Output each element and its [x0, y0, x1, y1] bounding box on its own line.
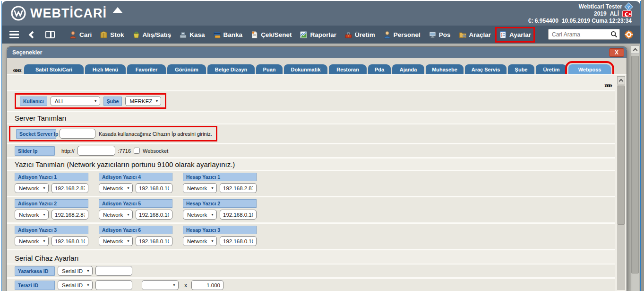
- support-lifering-icon[interactable]: [624, 30, 634, 39]
- split-view-icon[interactable]: [44, 29, 56, 40]
- printer-ip-input[interactable]: [52, 183, 88, 193]
- tabs-scroll-left-icon[interactable]: «««: [13, 66, 20, 74]
- tabs-scroll-right-icon[interactable]: »»»: [604, 81, 610, 89]
- secenekler-dialog: Seçenekler X ««« Sabit Stok/Cari Hızlı M…: [7, 46, 627, 291]
- back-icon[interactable]: [26, 29, 38, 40]
- printer-config-hesap-3: Hesap Yazıcı 3 Network▼: [183, 226, 257, 246]
- sube-select[interactable]: MERKEZ▼: [125, 96, 161, 106]
- tab-hizli-menu[interactable]: Hızlı Menü: [85, 64, 126, 74]
- printer-ip-input[interactable]: [52, 236, 88, 246]
- socket-server-input[interactable]: [60, 129, 95, 139]
- printer-type-select[interactable]: Network▼: [183, 236, 217, 246]
- tab-sube[interactable]: Şube: [508, 64, 534, 74]
- page-scrollbar[interactable]: [631, 45, 639, 291]
- tab-ajanda[interactable]: Ajanda: [392, 64, 424, 74]
- printer-type-select[interactable]: Network▼: [99, 183, 133, 193]
- printer-type-select[interactable]: Network▼: [183, 210, 217, 220]
- menu-item-personel[interactable]: Personel: [383, 31, 421, 39]
- printer-label: Adisyon Yazıcı 4: [99, 173, 172, 181]
- tab-pda[interactable]: Pda: [368, 64, 391, 74]
- kullanici-select[interactable]: ALI▼: [51, 96, 100, 106]
- search-icon[interactable]: [610, 31, 618, 38]
- menu-item-ayarlar[interactable]: Ayarlar: [499, 31, 531, 39]
- tab-dokunmatik[interactable]: Dokunmatik: [284, 64, 327, 74]
- menu-item-cek-senet[interactable]: Çek/Senet: [250, 31, 292, 39]
- tab-webposs[interactable]: Webposs: [568, 64, 611, 74]
- logged-user: ALİ: [610, 10, 619, 17]
- printer-type-select[interactable]: Network▼: [99, 236, 133, 246]
- tab-restoran[interactable]: Restoran: [329, 64, 367, 74]
- dialog-titlebar: Seçenekler X: [7, 47, 627, 58]
- collapse-arrow-icon[interactable]: [112, 7, 123, 13]
- kullanici-label: Kullanıcı: [20, 97, 47, 106]
- tab-muhasebe[interactable]: Muhasebe: [426, 64, 464, 74]
- menu-item-cari[interactable]: Cari: [69, 31, 92, 39]
- printer-type-select[interactable]: Network▼: [15, 210, 49, 220]
- tab-gorunum[interactable]: Görünüm: [167, 64, 206, 74]
- yazarkasa-id-input[interactable]: [95, 266, 132, 276]
- printer-type-select[interactable]: Network▼: [15, 236, 49, 246]
- slider-ip-input[interactable]: [77, 146, 115, 156]
- currency-rate: €: 6.954400: [528, 18, 558, 24]
- app-header: WEBTİCARİ Webticari Tester ? 2019 ALİ €:…: [2, 1, 640, 26]
- printer-ip-input[interactable]: [52, 210, 88, 220]
- tab-belge-dizayn[interactable]: Belge Dizayn: [207, 64, 255, 74]
- terazi-type-select[interactable]: Serial ID▼: [58, 280, 93, 290]
- printer-label: Adisyon Yazıcı 1: [15, 173, 88, 181]
- printer-label: Adisyon Yazıcı 2: [15, 199, 88, 208]
- page-scrollbar-thumb[interactable]: [631, 56, 639, 273]
- highlight-user-branch: Kullanıcı ALI▼ Şube MERKEZ▼: [15, 93, 166, 109]
- terazi-label: Terazi ID: [15, 281, 55, 290]
- printer-type-select[interactable]: Network▼: [99, 210, 133, 220]
- scroll-up-icon[interactable]: [631, 45, 639, 54]
- menu-item-alis-satis[interactable]: Alış/Satış: [132, 31, 172, 39]
- menu-item-araclar[interactable]: Araçlar: [459, 31, 491, 39]
- yazarkasa-type-select[interactable]: Serial ID▼: [58, 266, 93, 276]
- terazi-multiplier-input[interactable]: [191, 280, 223, 290]
- araclar-icon: [459, 31, 467, 39]
- dialog-scroll-up-icon[interactable]: [617, 76, 625, 84]
- dialog-content: »»» Kullanıcı ALI▼: [7, 74, 627, 291]
- printer-type-select[interactable]: Network▼: [183, 183, 217, 193]
- turkish-flag-icon[interactable]: [622, 10, 632, 17]
- tab-sabit-stok-cari[interactable]: Sabit Stok/Cari: [24, 64, 84, 74]
- close-button[interactable]: X: [609, 48, 624, 57]
- printer-ip-input[interactable]: [220, 236, 257, 246]
- chevron-down-icon: ▼: [211, 239, 214, 243]
- sube-label: Şube: [103, 97, 122, 106]
- tab-puan[interactable]: Puan: [256, 64, 283, 74]
- cari-icon: [69, 31, 77, 39]
- alis-satis-icon: [132, 31, 140, 39]
- terazi-id-input[interactable]: [95, 280, 132, 290]
- slider-port: :7716: [118, 148, 131, 154]
- printer-type-select[interactable]: Network▼: [15, 183, 49, 193]
- hamburger-menu-icon[interactable]: [9, 29, 20, 40]
- printer-ip-input[interactable]: [136, 236, 172, 246]
- header-info: Webticari Tester ? 2019 ALİ €: 6.954400 …: [528, 3, 632, 24]
- webticari-app: WEBTİCARİ Webticari Tester ? 2019 ALİ €:…: [0, 0, 644, 291]
- dialog-scrollbar[interactable]: [617, 76, 625, 290]
- chevron-down-icon: ▼: [172, 283, 176, 287]
- printer-config-adisyon-5: Adisyon Yazıcı 5 Network▼: [99, 199, 172, 220]
- menu-item-kasa[interactable]: Kasa: [179, 31, 205, 39]
- websocket-checkbox[interactable]: [134, 148, 140, 154]
- tab-arac-servis[interactable]: Araç Servis: [465, 64, 507, 74]
- terazi-unit-select[interactable]: ▼: [142, 280, 179, 290]
- menu-item-uretim[interactable]: Üretim: [344, 31, 375, 39]
- printer-ip-input[interactable]: [220, 210, 257, 220]
- tab-favoriler[interactable]: Favoriler: [127, 64, 166, 74]
- tab-uretim[interactable]: Üretim: [536, 64, 567, 74]
- printer-ip-input[interactable]: [136, 210, 172, 220]
- search-input[interactable]: [552, 31, 610, 38]
- kasa-icon: [179, 31, 187, 39]
- printer-ip-input[interactable]: [136, 183, 172, 193]
- menu-item-stok[interactable]: Stok: [100, 31, 124, 39]
- dialog-scrollbar-thumb[interactable]: [618, 86, 625, 225]
- menu-item-banka[interactable]: Banka: [213, 31, 243, 39]
- cek-senet-icon: [250, 31, 258, 39]
- help-diamond-icon[interactable]: ?: [624, 2, 633, 11]
- printer-ip-input[interactable]: [220, 183, 257, 193]
- menu-item-raporlar[interactable]: Raporlar: [300, 31, 336, 39]
- menu-item-pos[interactable]: Pos: [429, 31, 451, 39]
- chevron-down-icon: ▼: [43, 213, 46, 216]
